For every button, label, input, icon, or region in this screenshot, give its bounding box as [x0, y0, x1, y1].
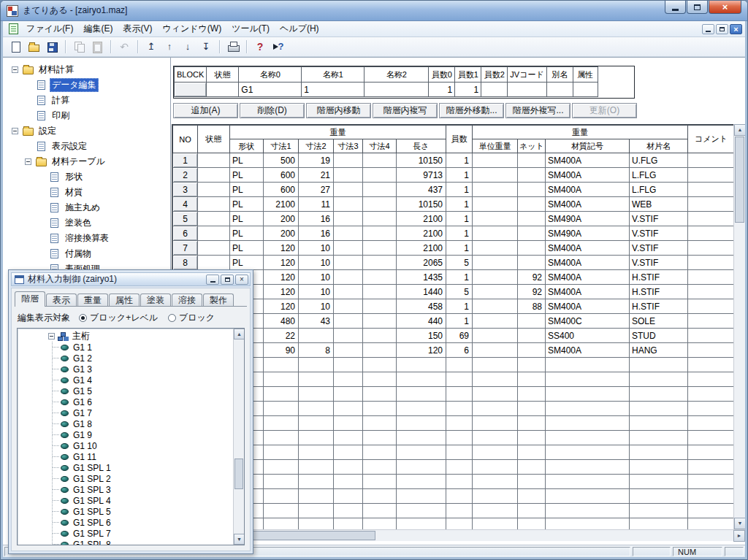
grid-cell[interactable]	[473, 153, 518, 168]
grid-cell[interactable]	[446, 445, 473, 460]
context-help-button[interactable]	[270, 39, 287, 55]
grid-cell[interactable]	[334, 504, 363, 518]
block-cell[interactable]	[508, 83, 546, 97]
dialog-tree-item[interactable]: G1 8	[53, 418, 233, 429]
move-within-level-button[interactable]: 階層内移動	[306, 103, 371, 118]
grid-cell[interactable]	[334, 431, 363, 445]
grid-cell[interactable]	[546, 372, 630, 387]
menu-window[interactable]: ウィンドウ(W)	[157, 21, 226, 36]
dialog-tree-item[interactable]: G1 SPL 7	[53, 528, 233, 539]
scroll-up-button[interactable]: ▲	[734, 124, 745, 136]
grid-cell[interactable]	[518, 241, 546, 256]
grid-cell[interactable]	[334, 387, 363, 402]
grid-cell[interactable]	[688, 183, 734, 197]
grid-cell[interactable]: 120	[264, 285, 299, 299]
sidebar-item-print[interactable]: 印刷	[3, 108, 170, 123]
grid-cell[interactable]: 200	[264, 212, 299, 226]
grid-cell[interactable]	[363, 299, 397, 314]
sidebar-item-display-settings[interactable]: 表示設定	[3, 139, 170, 154]
grid-cell[interactable]	[363, 504, 397, 518]
grid-cell[interactable]	[299, 372, 334, 387]
grid-cell[interactable]: 1	[446, 212, 473, 226]
grid-cell[interactable]	[334, 416, 363, 431]
grid-cell[interactable]	[299, 445, 334, 460]
grid-cell[interactable]	[264, 475, 299, 489]
grid-cell[interactable]	[518, 183, 546, 197]
grid-cell[interactable]	[334, 489, 363, 504]
grid-cell[interactable]	[688, 329, 734, 343]
sidebar-item-material-calc[interactable]: 材料計算	[3, 62, 170, 77]
grid-cell[interactable]	[518, 518, 546, 530]
grid-cell[interactable]	[264, 518, 299, 530]
grid-cell[interactable]	[363, 329, 397, 343]
grid-cell[interactable]	[518, 343, 546, 358]
grid-cell[interactable]	[397, 489, 446, 504]
grid-cell[interactable]	[198, 183, 230, 197]
sidebar-item-material[interactable]: 材質	[3, 185, 170, 200]
minimize-button[interactable]	[665, 1, 686, 14]
grid-cell[interactable]	[473, 489, 518, 504]
grid-cell[interactable]	[518, 372, 546, 387]
sidebar-item-calc[interactable]: 計算	[3, 93, 170, 108]
grid-cell[interactable]	[446, 475, 473, 489]
dialog-title-bar[interactable]: 材料入力制御 (zairyo1) ×	[11, 272, 251, 286]
grid-cell[interactable]: SM400A	[546, 197, 630, 212]
grid-cell[interactable]	[518, 460, 546, 475]
grid-cell[interactable]	[473, 226, 518, 241]
grid-cell[interactable]	[688, 358, 734, 372]
expand-collapse-icon[interactable]	[12, 66, 18, 73]
move-up-button[interactable]	[161, 39, 178, 55]
row-header[interactable]: 7	[173, 241, 198, 256]
grid-cell[interactable]	[198, 168, 230, 183]
block-cell[interactable]	[481, 83, 508, 97]
dialog-tree-item[interactable]: G1 6	[53, 396, 233, 407]
grid-cell[interactable]: 440	[397, 314, 446, 329]
grid-cell[interactable]	[630, 504, 688, 518]
grid-cell[interactable]	[264, 387, 299, 402]
grid-cell[interactable]: H.STIF	[630, 299, 688, 314]
grid-cell[interactable]	[546, 431, 630, 445]
grid-cell[interactable]: SM400A	[546, 183, 630, 197]
grid-cell[interactable]	[397, 445, 446, 460]
block-cell[interactable]: 1	[455, 83, 481, 97]
grid-cell[interactable]: 21	[299, 168, 334, 183]
grid-cell[interactable]	[688, 168, 734, 183]
delete-button[interactable]: 削除(D)	[240, 103, 305, 118]
grid-cell[interactable]	[518, 197, 546, 212]
grid-cell[interactable]	[473, 343, 518, 358]
dialog-minimize-button[interactable]	[206, 275, 219, 285]
mdi-close-button[interactable]: ×	[730, 24, 742, 34]
grid-cell[interactable]: SM400A	[546, 153, 630, 168]
grid-cell[interactable]: 69	[446, 329, 473, 343]
grid-cell[interactable]	[688, 197, 734, 212]
grid-cell[interactable]	[473, 329, 518, 343]
grid-cell[interactable]: PL	[230, 168, 264, 183]
sidebar-item-shape[interactable]: 形状	[3, 169, 170, 185]
grid-cell[interactable]	[473, 358, 518, 372]
grid-cell[interactable]	[473, 445, 518, 460]
grid-cell[interactable]: 1	[446, 153, 473, 168]
grid-cell[interactable]	[299, 416, 334, 431]
grid-cell[interactable]	[630, 431, 688, 445]
grid-cell[interactable]	[363, 241, 397, 256]
grid-cell[interactable]	[473, 197, 518, 212]
grid-cell[interactable]	[473, 504, 518, 518]
grid-cell[interactable]	[473, 285, 518, 299]
grid-cell[interactable]	[363, 358, 397, 372]
grid-cell[interactable]	[688, 241, 734, 256]
grid-cell[interactable]	[518, 212, 546, 226]
grid-cell[interactable]: 2100	[264, 197, 299, 212]
grid-cell[interactable]: V.STIF	[630, 226, 688, 241]
grid-cell[interactable]	[334, 241, 363, 256]
grid-cell[interactable]: SM400A	[546, 285, 630, 299]
save-button[interactable]	[43, 39, 61, 55]
open-file-button[interactable]	[25, 39, 42, 55]
grid-cell[interactable]	[363, 402, 397, 416]
grid-cell[interactable]	[363, 183, 397, 197]
grid-cell[interactable]: WEB	[630, 197, 688, 212]
row-header[interactable]: 8	[173, 256, 198, 270]
grid-cell[interactable]	[363, 475, 397, 489]
grid-cell[interactable]	[473, 416, 518, 431]
grid-cell[interactable]: 90	[264, 343, 299, 358]
grid-cell[interactable]: 2065	[397, 256, 446, 270]
